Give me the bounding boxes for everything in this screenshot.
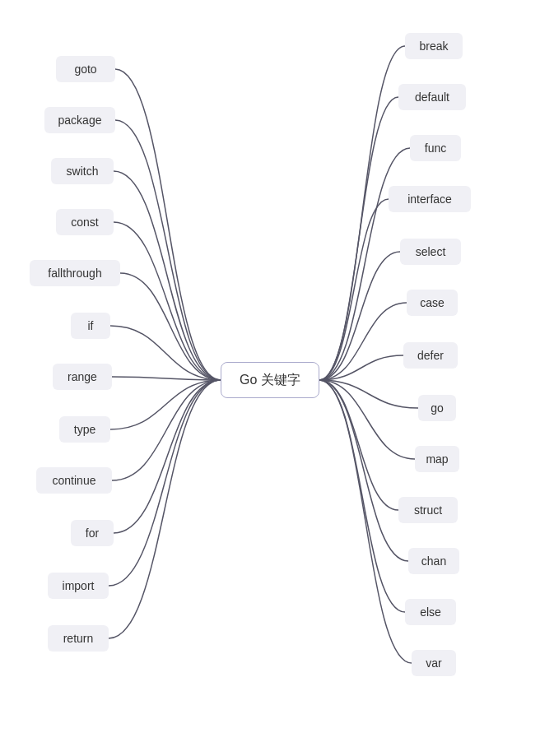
node-package: package (44, 107, 115, 133)
node-chan: chan (408, 548, 459, 574)
node-break: break (405, 33, 463, 59)
node-default: default (398, 84, 466, 110)
node-else: else (405, 599, 456, 625)
node-const: const (56, 209, 114, 235)
node-map: map (415, 446, 459, 472)
node-for: for (71, 520, 114, 546)
node-type: type (59, 416, 110, 443)
node-goto: goto (56, 56, 115, 82)
node-func: func (410, 135, 461, 161)
center-node: Go 关键字 (221, 362, 319, 398)
node-interface: interface (389, 186, 471, 212)
node-continue: continue (36, 467, 112, 494)
node-go: go (418, 395, 456, 421)
mindmap-container: Go 关键字 gotopackageswitchconstfallthrough… (0, 0, 540, 756)
node-range: range (53, 364, 112, 390)
node-fallthrough: fallthrough (30, 260, 120, 286)
node-import: import (48, 573, 109, 599)
node-defer: defer (403, 342, 458, 369)
node-var: var (412, 650, 456, 676)
node-return: return (48, 625, 109, 652)
node-switch: switch (51, 158, 114, 184)
node-struct: struct (398, 497, 458, 523)
node-select: select (400, 239, 461, 265)
node-case: case (407, 290, 458, 316)
node-if: if (71, 313, 110, 339)
